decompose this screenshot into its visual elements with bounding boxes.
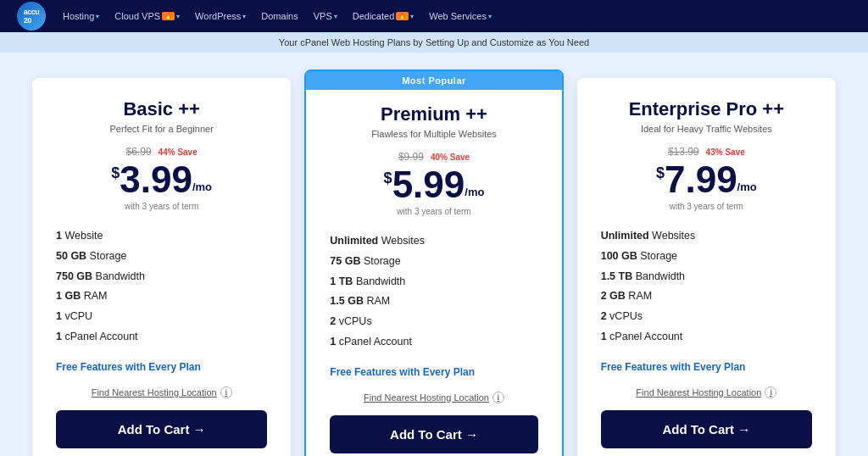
plan-enterprise-name: Enterprise Pro ++ (601, 98, 812, 120)
nav-hosting[interactable]: Hosting ▾ (63, 11, 99, 21)
feature-enterprise-2: 100 GB Storage (601, 247, 812, 267)
plan-basic-tagline: Perfect Fit for a Beginner (56, 124, 267, 134)
plan-enterprise: Enterprise Pro ++ Ideal for Heavy Traffi… (577, 78, 836, 456)
feature-premium-4: 1.5 GB RAM (330, 292, 537, 312)
plan-premium-mo: /mo (465, 186, 484, 198)
plan-premium-save: 40% Save (431, 153, 470, 162)
info-icon[interactable]: ℹ (220, 386, 232, 398)
plan-enterprise-free-features[interactable]: Free Features with Every Plan (601, 361, 812, 373)
subtitle-bar: Your cPanel Web Hosting Plans by Setting… (0, 32, 868, 53)
plan-enterprise-dollar: $ (656, 164, 665, 182)
subtitle-text: Your cPanel Web Hosting Plans by Setting… (279, 37, 589, 47)
plan-basic-name: Basic ++ (56, 98, 267, 120)
nav-domains[interactable]: Domains (261, 11, 298, 21)
plan-enterprise-features: Unlimited Websites 100 GB Storage 1.5 TB… (601, 226, 812, 348)
plan-basic-original-price: $6.99 (126, 146, 152, 158)
feature-premium-3: 1 TB Bandwidth (330, 272, 537, 292)
plan-enterprise-amount: 7.99 (665, 161, 737, 198)
plan-premium-dollar: $ (384, 170, 392, 187)
feature-basic-3: 750 GB Bandwidth (56, 267, 267, 287)
nav-vps[interactable]: VPS ▾ (314, 11, 337, 21)
feature-basic-5: 1 vCPU (56, 307, 267, 327)
plan-enterprise-hosting-location[interactable]: Find Nearest Hosting Location ℹ (601, 386, 812, 398)
plans-section: Basic ++ Perfect Fit for a Beginner $6.9… (0, 53, 868, 456)
plan-basic: Basic ++ Perfect Fit for a Beginner $6.9… (32, 78, 291, 456)
plan-premium-features: Unlimited Websites 75 GB Storage 1 TB Ba… (330, 231, 537, 353)
plan-basic-hosting-location[interactable]: Find Nearest Hosting Location ℹ (56, 386, 267, 398)
plan-enterprise-add-to-cart[interactable]: Add To Cart → (601, 410, 812, 448)
plan-enterprise-mo: /mo (737, 181, 757, 193)
plan-premium-name: Premium ++ (330, 103, 537, 125)
plan-enterprise-term: with 3 years of term (601, 202, 812, 211)
info-icon[interactable]: ℹ (765, 386, 776, 398)
feature-enterprise-1: Unlimited Websites (601, 226, 812, 247)
logo[interactable]: accu20 (17, 2, 46, 31)
plan-enterprise-tagline: Ideal for Heavy Traffic Websites (601, 124, 812, 134)
plan-premium-amount: 5.99 (392, 166, 465, 203)
plan-premium-free-features[interactable]: Free Features with Every Plan (330, 366, 537, 378)
plan-basic-dollar: $ (111, 164, 120, 182)
feature-enterprise-6: 1 cPanel Account (601, 327, 812, 348)
feature-premium-2: 75 GB Storage (330, 252, 537, 272)
plan-basic-mo: /mo (192, 181, 212, 193)
navbar: accu20 Hosting ▾ Cloud VPS 🔥 ▾ WordPress… (0, 0, 868, 32)
feature-enterprise-5: 2 vCPUs (601, 307, 812, 327)
feature-basic-6: 1 cPanel Account (56, 327, 267, 348)
feature-premium-1: Unlimited Websites (330, 231, 537, 252)
plan-basic-features: 1 Website 50 GB Storage 750 GB Bandwidth… (56, 226, 267, 348)
plan-premium: Most Popular Premium ++ Flawless for Mul… (304, 70, 563, 456)
plan-basic-add-to-cart[interactable]: Add To Cart → (56, 410, 267, 448)
plan-premium-price-display: $ 5.99 /mo (330, 166, 537, 203)
feature-enterprise-3: 1.5 TB Bandwidth (601, 267, 812, 287)
feature-basic-2: 50 GB Storage (56, 247, 267, 267)
info-icon[interactable]: ℹ (492, 392, 504, 403)
plan-basic-term: with 3 years of term (56, 202, 267, 211)
plan-premium-term: with 3 years of term (330, 207, 537, 216)
feature-premium-5: 2 vCPUs (330, 312, 537, 332)
plan-basic-free-features[interactable]: Free Features with Every Plan (56, 361, 267, 373)
feature-enterprise-4: 2 GB RAM (601, 286, 812, 307)
nav-dedicated[interactable]: Dedicated 🔥 ▾ (353, 11, 415, 21)
plan-basic-price-display: $ 3.99 /mo (56, 161, 267, 198)
nav-cloud-vps[interactable]: Cloud VPS 🔥 ▾ (114, 11, 180, 21)
plan-premium-add-to-cart[interactable]: Add To Cart → (330, 415, 537, 453)
logo-icon: accu20 (17, 2, 46, 31)
plan-enterprise-original-price: $13.99 (668, 146, 699, 158)
plan-enterprise-save: 43% Save (706, 147, 745, 157)
feature-basic-4: 1 GB RAM (56, 286, 267, 307)
nav-web-services[interactable]: Web Services ▾ (429, 11, 492, 21)
plan-premium-hosting-location[interactable]: Find Nearest Hosting Location ℹ (330, 392, 537, 403)
popular-badge: Most Popular (306, 71, 561, 90)
plan-basic-save: 44% Save (159, 147, 198, 157)
plan-premium-original-price: $9.99 (398, 151, 424, 163)
feature-premium-6: 1 cPanel Account (330, 332, 537, 353)
nav-menu: Hosting ▾ Cloud VPS 🔥 ▾ WordPress ▾ Doma… (63, 11, 492, 21)
plan-premium-tagline: Flawless for Multiple Websites (330, 129, 537, 139)
plan-basic-amount: 3.99 (120, 161, 192, 198)
plan-enterprise-price-display: $ 7.99 /mo (601, 161, 812, 198)
nav-wordpress[interactable]: WordPress ▾ (195, 11, 246, 21)
feature-basic-1: 1 Website (56, 226, 267, 247)
